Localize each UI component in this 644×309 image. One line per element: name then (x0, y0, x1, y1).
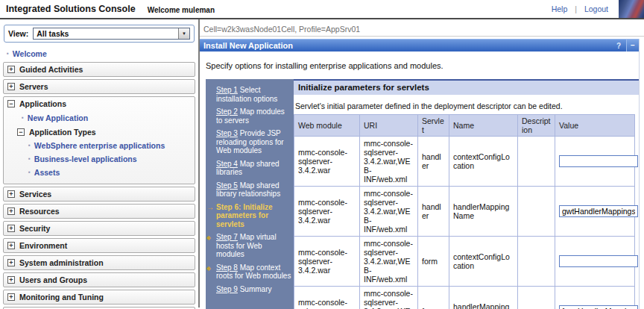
cell-value (555, 187, 635, 237)
expand-icon[interactable]: + (7, 276, 15, 284)
cell-web-module: mmc-console-sqlserver-3.4.2.war (294, 237, 360, 287)
step-link[interactable]: Step 7 (216, 233, 238, 241)
section-header-applications[interactable]: − Applications (7, 99, 191, 108)
step-link[interactable]: Step 1 (216, 86, 238, 94)
cell-name: contextConfigLocation (449, 137, 518, 187)
cell-servlet: form (418, 287, 449, 309)
value-input[interactable] (559, 155, 638, 167)
cell-name: handlerMappingName (449, 187, 518, 237)
link-separator: | (575, 4, 577, 13)
expand-icon[interactable]: + (7, 293, 15, 301)
wizard: Step 1 Select installation options Step … (206, 79, 639, 309)
column-header-servlet: Servlet (418, 115, 449, 137)
wizard-step-9[interactable]: Step 9 Summary (216, 285, 291, 294)
value-input[interactable] (559, 305, 638, 309)
cell-value (555, 287, 635, 309)
value-input[interactable] (559, 255, 638, 267)
expand-icon[interactable]: + (7, 225, 15, 232)
section-label: System administration (19, 258, 104, 267)
sidebar-item-websphere-enterprise-applications[interactable]: ▪ WebSphere enterprise applications (28, 141, 191, 150)
sidebar-item-new-application[interactable]: ▪ New Application (22, 113, 191, 122)
bullet-icon: ▪ (28, 156, 31, 162)
sidebar-item-label[interactable]: New Application (28, 113, 88, 122)
sidebar-section-users-and-groups[interactable]: + Users and Groups (3, 272, 195, 287)
sidebar-section-environment[interactable]: + Environment (3, 238, 195, 253)
value-input[interactable] (559, 205, 638, 217)
expand-icon[interactable]: + (7, 259, 15, 266)
sidebar-section-monitoring-and-tuning[interactable]: + Monitoring and Tuning (3, 290, 195, 305)
view-select[interactable]: All tasks ▼ (33, 28, 190, 40)
current-step-arrow-icon: → (206, 203, 214, 212)
cell-web-module: mmc-console-sqlserver-3.4.2.war (294, 287, 360, 309)
wizard-step-3[interactable]: Step 3 Provide JSP reloading options for… (216, 129, 291, 155)
step-link[interactable]: Step 6: (216, 203, 241, 211)
wizard-step-8[interactable]: ◆ Step 8 Map context roots for Web modul… (216, 263, 291, 281)
sidebar-section-resources[interactable]: + Resources (3, 204, 195, 219)
bullet-icon: ▪ (7, 51, 9, 57)
expand-icon[interactable]: + (7, 242, 15, 249)
wizard-step-6-current[interactable]: → Step 6: Initialize parameters for serv… (216, 203, 291, 229)
cell-description (518, 287, 555, 309)
sidebar-section-system-administration[interactable]: + System administration (3, 255, 195, 270)
column-header-name: Name (449, 115, 518, 137)
logout-link[interactable]: Logout (584, 4, 608, 13)
cell-name: contextConfigLocation (449, 237, 518, 287)
collapse-icon[interactable]: − (7, 100, 15, 107)
expand-icon[interactable]: + (7, 66, 15, 73)
section-label: Servers (19, 82, 48, 91)
wizard-step-1[interactable]: Step 1 Select installation options (216, 86, 291, 103)
cell-servlet: handler (418, 137, 449, 187)
main-content: Cell=w2k3wasNode01Cell, Profile=AppSrv01… (200, 19, 644, 308)
dropdown-arrow-icon[interactable]: ▼ (178, 28, 189, 39)
sidebar-section-security[interactable]: + Security (3, 221, 195, 236)
step-link[interactable]: Step 2 (216, 107, 238, 116)
step-label: Summary (240, 285, 272, 293)
wizard-step-7[interactable]: ◆ Step 7 Map virtual hosts for Web modul… (216, 233, 291, 259)
sidebar-section-guided-activities[interactable]: + Guided Activities (3, 62, 195, 77)
column-header-value: Value (555, 115, 635, 137)
sidebar-section-services[interactable]: + Services (3, 187, 195, 202)
cell-uri: mmc-console-sqlserver-3.4.2.war,WEB-INF/… (360, 187, 418, 237)
navigation-sidebar: View: All tasks ▼ ▪ Welcome + Guided Act… (0, 19, 200, 308)
panel-help-icon[interactable]: ? (611, 42, 626, 50)
sidebar-item-welcome[interactable]: ▪ Welcome (0, 47, 198, 62)
cell-servlet: form (418, 237, 449, 287)
sidebar-item-label[interactable]: WebSphere enterprise applications (34, 141, 165, 150)
help-link[interactable]: Help (552, 4, 568, 13)
section-label: Monitoring and Tuning (19, 293, 104, 302)
cell-uri: mmc-console-sqlserver-3.4.2.war,WEB-INF/… (360, 287, 418, 309)
expand-icon[interactable]: + (7, 190, 15, 198)
sidebar-section-applications: − Applications ▪ New Application − Appli… (3, 96, 195, 184)
wizard-step-5[interactable]: Step 5 Map shared library relationships (216, 181, 291, 199)
table-header-row: Web module URI Servlet Name Description … (294, 115, 635, 137)
table-row: mmc-console-sqlserver-3.4.2.war mmc-cons… (294, 137, 635, 187)
section-label: Security (19, 224, 50, 233)
panel-content: Specify options for installing enterpris… (200, 52, 639, 309)
step-marker-icon: ◆ (206, 234, 211, 243)
sidebar-item-assets[interactable]: ▪ Assets (28, 168, 191, 177)
page-title: Install New Application (203, 41, 611, 50)
cell-value (555, 137, 635, 187)
step-link[interactable]: Step 3 (216, 129, 238, 137)
panel-minimize-icon[interactable]: − (626, 40, 639, 52)
sidebar-subtree-application-types[interactable]: − Application Types (17, 128, 191, 137)
expand-icon[interactable]: + (7, 207, 15, 215)
sidebar-item-label[interactable]: Assets (34, 168, 60, 177)
install-new-application-panel: Install New Application ? − Specify opti… (200, 39, 640, 309)
section-title: Initialize parameters for servlets (294, 79, 639, 95)
collapse-icon[interactable]: − (17, 128, 25, 136)
sidebar-item-label[interactable]: Welcome (13, 49, 47, 58)
sidebar-item-label[interactable]: Business-level applications (34, 154, 137, 163)
step-link[interactable]: Step 4 (216, 160, 238, 168)
table-row: mmc-console-sqlserver-3.4.2.war mmc-cons… (294, 287, 635, 309)
step-link[interactable]: Step 8 (216, 263, 238, 272)
step-link[interactable]: Step 9 (216, 285, 238, 293)
sidebar-item-business-level-applications[interactable]: ▪ Business-level applications (28, 154, 191, 163)
table-caption: Servlet's initial parameter defined in t… (294, 95, 639, 114)
wizard-step-2[interactable]: Step 2 Map modules to servers (216, 107, 291, 125)
sidebar-section-servers[interactable]: + Servers (3, 79, 195, 94)
wizard-step-4[interactable]: Step 4 Map shared libraries (216, 160, 291, 177)
expand-icon[interactable]: + (7, 83, 15, 90)
step-link[interactable]: Step 5 (216, 181, 238, 190)
cell-description (518, 237, 555, 287)
